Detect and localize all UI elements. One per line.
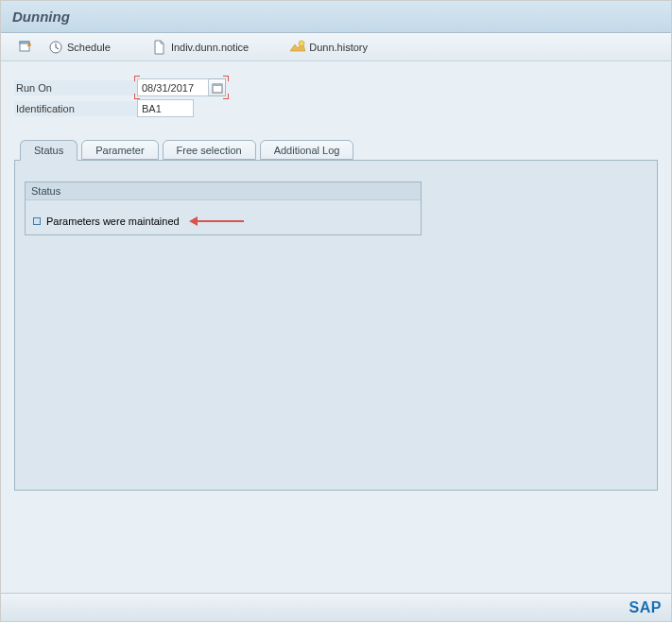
page-title: Dunning: [12, 9, 660, 25]
title-bar: Dunning: [1, 1, 671, 33]
run-on-input[interactable]: [137, 78, 209, 96]
clock-icon: [48, 40, 63, 55]
status-bullet-icon: [33, 217, 41, 225]
dunn-history-label: Dunn.history: [309, 42, 368, 53]
run-on-field-wrap: [137, 78, 226, 96]
calendar-icon: [212, 82, 223, 94]
document-icon: [152, 40, 167, 55]
annotation-arrow: [191, 221, 244, 222]
tab-free-selection[interactable]: Free selection: [163, 140, 256, 160]
new-window-button[interactable]: [12, 38, 39, 57]
identification-input[interactable]: [137, 99, 194, 117]
run-on-label: Run On: [14, 80, 137, 95]
dunn-history-button[interactable]: Dunn.history: [284, 38, 373, 57]
tab-status[interactable]: Status: [20, 140, 78, 161]
tab-additional-log[interactable]: Additional Log: [260, 140, 354, 160]
status-message: Parameters were maintained: [46, 216, 180, 227]
tabs: Status Parameter Free selection Addition…: [14, 140, 658, 491]
window-icon: [18, 40, 33, 55]
indiv-dunn-label: Indiv.dunn.notice: [171, 42, 249, 53]
indiv-dunn-notice-button[interactable]: Indiv.dunn.notice: [146, 38, 254, 57]
status-group-title: Status: [26, 182, 421, 200]
svg-point-3: [299, 41, 304, 46]
tab-parameter[interactable]: Parameter: [81, 140, 158, 160]
status-group: Status Parameters were maintained: [25, 181, 422, 235]
status-body: Parameters were maintained: [26, 200, 421, 234]
schedule-button[interactable]: Schedule: [43, 38, 116, 57]
form-row-run-on: Run On: [14, 78, 658, 96]
identification-label: Identification: [14, 101, 137, 116]
content-area: Run On Identification Status Parameter F…: [1, 61, 671, 593]
tab-strip: Status Parameter Free selection Addition…: [20, 140, 658, 160]
sap-logo: SAP: [629, 599, 662, 616]
tab-panel-status: Status Parameters were maintained: [14, 160, 658, 491]
footer: SAP: [1, 593, 671, 621]
svg-rect-5: [213, 84, 222, 86]
toolbar: Schedule Indiv.dunn.notice Dunn.history: [1, 33, 671, 61]
history-icon: [290, 40, 305, 55]
schedule-label: Schedule: [67, 42, 111, 53]
form-row-identification: Identification: [14, 99, 658, 117]
